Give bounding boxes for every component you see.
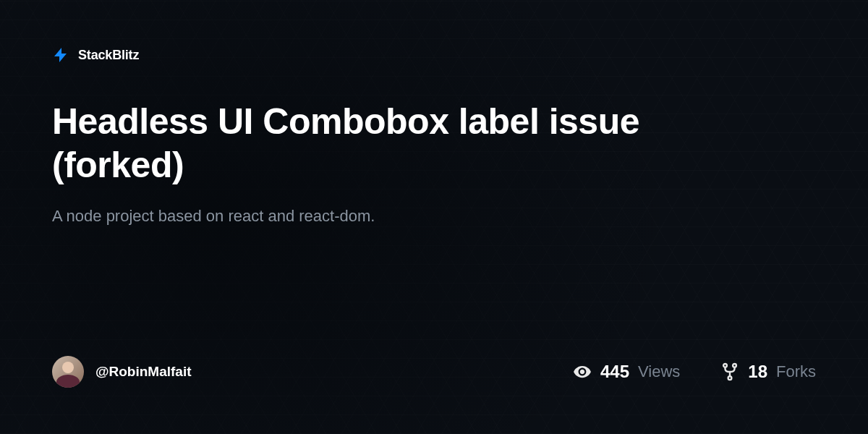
forks-stat: 18 Forks <box>720 362 816 382</box>
svg-point-1 <box>733 364 736 367</box>
author-avatar[interactable] <box>52 356 84 388</box>
brand-name: StackBlitz <box>78 48 139 63</box>
main-container: StackBlitz Headless UI Combobox label is… <box>0 0 868 434</box>
fork-icon <box>720 362 739 381</box>
forks-label: Forks <box>776 362 816 381</box>
views-stat: 445 Views <box>573 362 680 382</box>
author-username[interactable]: @RobinMalfait <box>95 364 192 380</box>
project-description: A node project based on react and react-… <box>52 207 816 226</box>
svg-point-0 <box>723 364 727 367</box>
svg-point-2 <box>728 376 732 380</box>
forks-count: 18 <box>748 362 767 382</box>
views-label: Views <box>638 362 680 381</box>
views-count: 445 <box>600 362 629 382</box>
eye-icon <box>573 362 592 381</box>
bolt-icon <box>52 46 69 64</box>
brand-header: StackBlitz <box>52 46 816 64</box>
footer: @RobinMalfait 445 Views 18 F <box>52 356 816 388</box>
project-title: Headless UI Combobox label issue (forked… <box>52 100 667 187</box>
stats-container: 445 Views 18 Forks <box>573 362 816 382</box>
